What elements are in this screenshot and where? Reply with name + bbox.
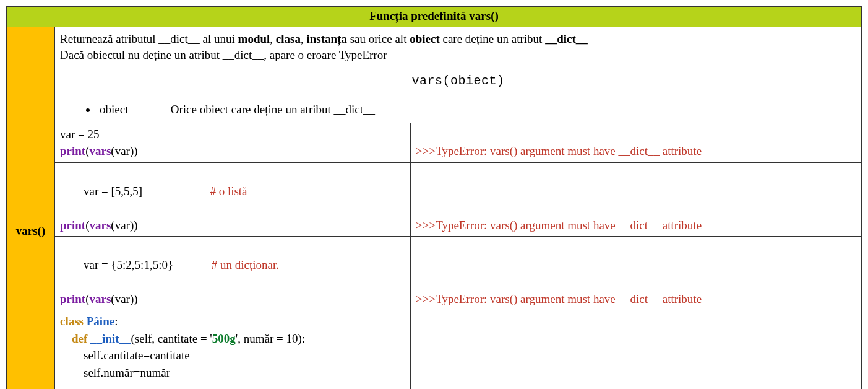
t: obiect bbox=[410, 32, 440, 45]
t bbox=[60, 349, 84, 362]
header-title: Funcția predefinită vars() bbox=[369, 9, 499, 22]
t: modul bbox=[238, 32, 270, 45]
doc-table: Funcția predefinită vars() vars() Return… bbox=[6, 6, 862, 389]
code-cell: class Pâine: def __init__(self, cantitat… bbox=[55, 310, 411, 389]
code-line: self.cantitate=cantitate bbox=[60, 347, 405, 364]
example-row: class Pâine: def __init__(self, cantitat… bbox=[7, 310, 862, 389]
output-cell: >>>{'cantitate': '500g', 'număr': 10} bbox=[411, 310, 862, 389]
t: self.număr=număr bbox=[84, 366, 170, 379]
output-cell: >>>TypeError: vars() argument must have … bbox=[411, 163, 862, 237]
param-name: obiect bbox=[100, 102, 168, 118]
desc-line2: Dacă obiectul nu deține un atribut __dic… bbox=[60, 47, 856, 63]
error-output: TypeError: vars() argument must have __d… bbox=[436, 219, 702, 232]
t: clasa bbox=[276, 32, 301, 45]
kw: vars bbox=[90, 219, 111, 232]
code-line: print(vars(var)) bbox=[60, 291, 405, 308]
code-line: def __init__(self, cantitate = '500g', n… bbox=[60, 330, 405, 347]
example-row: var = 25 print(vars(var)) >>>TypeError: … bbox=[7, 123, 862, 162]
example-row: var = [5,5,5] # o listă print(vars(var))… bbox=[7, 163, 862, 237]
string-literal: 500g bbox=[212, 332, 236, 345]
t: __dict__ bbox=[545, 32, 588, 45]
code-line: print(vars(var)) bbox=[60, 217, 405, 234]
prompt: >>> bbox=[416, 144, 436, 157]
code-cell: var = {5:2,5:1,5:0} # un dicționar. prin… bbox=[55, 237, 411, 310]
code-line: var = 25 bbox=[60, 126, 405, 143]
t bbox=[60, 366, 84, 379]
param-item: obiect Orice obiect care deține un atrib… bbox=[97, 102, 856, 118]
param-list: obiect Orice obiect care deține un atrib… bbox=[60, 102, 856, 118]
kw: print bbox=[60, 219, 85, 232]
prompt: >>> bbox=[416, 219, 436, 232]
t: var = [5,5,5] bbox=[84, 185, 142, 198]
t: : bbox=[114, 315, 118, 328]
comment: # o listă bbox=[210, 185, 247, 198]
t: (var)) bbox=[111, 292, 137, 305]
code-line: print(vars(var)) bbox=[60, 142, 405, 160]
t bbox=[173, 258, 212, 271]
code-line bbox=[60, 382, 405, 389]
code-line: self.număr=număr bbox=[60, 364, 405, 382]
t: , bbox=[270, 32, 276, 45]
error-output: TypeError: vars() argument must have __d… bbox=[436, 144, 702, 157]
t: care deține un atribut bbox=[440, 32, 545, 45]
kw: vars bbox=[90, 292, 111, 305]
code-cell: var = [5,5,5] # o listă print(vars(var)) bbox=[55, 163, 411, 237]
t: (self, cantitate = ' bbox=[131, 332, 212, 345]
t bbox=[142, 185, 210, 198]
side-label-cell: vars() bbox=[7, 27, 55, 390]
description-cell: Returnează atributul __dict__ al unui mo… bbox=[55, 27, 862, 123]
desc-line1: Returnează atributul __dict__ al unui mo… bbox=[60, 31, 856, 47]
code-line: var = [5,5,5] # o listă bbox=[60, 165, 405, 217]
code-line: class Pâine: bbox=[60, 313, 405, 330]
dunder: __init__ bbox=[90, 332, 131, 345]
kw: vars bbox=[90, 144, 111, 157]
t: sau orice alt bbox=[347, 32, 410, 45]
t: (var)) bbox=[111, 144, 137, 157]
comment: # un dicționar. bbox=[212, 258, 279, 271]
prompt: >>> bbox=[416, 292, 436, 305]
example-row: var = {5:2,5:1,5:0} # un dicționar. prin… bbox=[7, 237, 862, 310]
t: self.cantitate=cantitate bbox=[84, 349, 190, 362]
table-header: Funcția predefinită vars() bbox=[7, 7, 862, 27]
class-name: Pâine bbox=[87, 315, 114, 328]
t: var = {5:2,5:1,5:0} bbox=[84, 258, 173, 271]
signature: vars(obiect) bbox=[60, 63, 856, 98]
t: ', număr = 10): bbox=[236, 332, 305, 345]
kw: print bbox=[60, 292, 85, 305]
error-output: TypeError: vars() argument must have __d… bbox=[436, 292, 702, 305]
kw: def bbox=[72, 332, 90, 345]
output-cell: >>>TypeError: vars() argument must have … bbox=[411, 237, 862, 310]
code-cell: var = 25 print(vars(var)) bbox=[55, 123, 411, 162]
side-label: vars() bbox=[16, 224, 45, 237]
output-cell: >>>TypeError: vars() argument must have … bbox=[411, 123, 862, 162]
t bbox=[60, 332, 72, 345]
code-line: var = {5:2,5:1,5:0} # un dicționar. bbox=[60, 239, 405, 291]
param-desc: Orice obiect care deține un atribut __di… bbox=[171, 103, 375, 116]
kw: print bbox=[60, 144, 85, 157]
t: , bbox=[301, 32, 307, 45]
kw: class bbox=[60, 315, 87, 328]
t: (var)) bbox=[111, 219, 137, 232]
t: Returnează atributul __dict__ al unui bbox=[60, 32, 238, 45]
t: instanța bbox=[306, 32, 346, 45]
